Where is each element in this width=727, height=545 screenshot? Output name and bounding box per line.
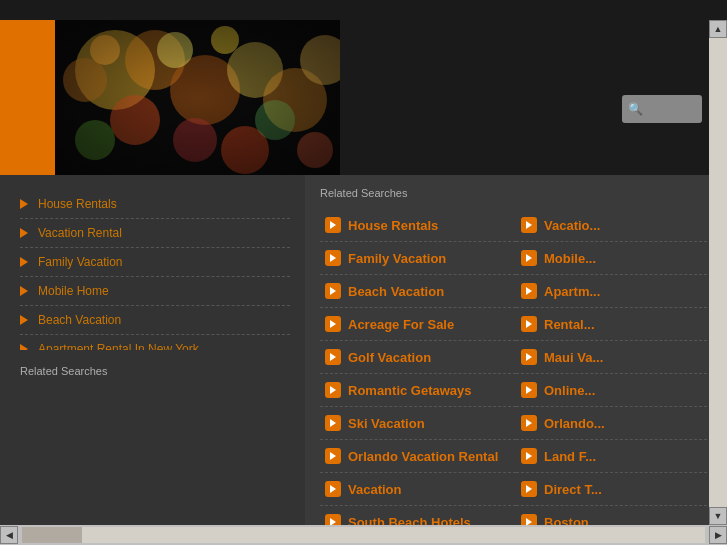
main-link-item[interactable]: Direct T...	[516, 473, 712, 506]
main-link-item[interactable]: Golf Vacation	[320, 341, 516, 374]
main-links-grid: House Rentals Vacatio... Family Vacation…	[320, 209, 712, 525]
hero-right-area: 🔍	[340, 20, 727, 175]
main-arrow-icon	[325, 283, 341, 299]
arrow-icon	[20, 228, 28, 238]
sidebar-link-label: Mobile Home	[38, 284, 109, 298]
main-section-title: Related Searches	[320, 187, 712, 199]
main-arrow-icon	[521, 481, 537, 497]
sidebar-link-item[interactable]: Family Vacation	[20, 248, 290, 277]
sidebar-link-item[interactable]: Vacation Rental	[20, 219, 290, 248]
main-arrow-icon	[325, 448, 341, 464]
scrollbar-track[interactable]	[22, 527, 705, 543]
main-link-item[interactable]: Vacation	[320, 473, 516, 506]
main-link-label: Apartm...	[544, 284, 600, 299]
main-link-label: Ski Vacation	[348, 416, 425, 431]
hero-image	[55, 20, 340, 175]
main-link-label: Rental...	[544, 317, 595, 332]
main-link-label: Online...	[544, 383, 595, 398]
main-link-label: South Beach Hotels	[348, 515, 471, 526]
scroll-left-btn[interactable]: ◀	[0, 526, 18, 544]
left-sidebar: Related Searches House Rentals Vacation …	[0, 175, 305, 525]
search-box[interactable]: 🔍	[622, 95, 702, 123]
main-link-item[interactable]: Online...	[516, 374, 712, 407]
main-link-label: Orlando Vacation Rental	[348, 449, 498, 464]
scroll-right-btn[interactable]: ▶	[709, 526, 727, 544]
main-link-label: Beach Vacation	[348, 284, 444, 299]
main-arrow-icon	[521, 382, 537, 398]
arrow-icon	[20, 257, 28, 267]
scroll-down-btn[interactable]: ▼	[709, 507, 727, 525]
scrollbar-thumb[interactable]	[22, 527, 82, 543]
orange-accent-strip	[0, 20, 55, 175]
main-arrow-icon	[325, 250, 341, 266]
main-link-label: Mobile...	[544, 251, 596, 266]
sidebar-section-title: Related Searches	[0, 350, 305, 493]
main-link-item[interactable]: Vacatio...	[516, 209, 712, 242]
main-arrow-icon	[521, 250, 537, 266]
sidebar-link-label: House Rentals	[38, 197, 117, 211]
main-content: Related Searches House Rentals Vacatio..…	[305, 175, 727, 525]
search-icon: 🔍	[628, 102, 643, 116]
arrow-icon	[20, 315, 28, 325]
main-link-label: Maui Va...	[544, 350, 603, 365]
main-arrow-icon	[521, 448, 537, 464]
sidebar-link-item[interactable]: House Rentals	[20, 190, 290, 219]
main-arrow-icon	[325, 514, 341, 525]
main-link-item[interactable]: Orlando Vacation Rental	[320, 440, 516, 473]
main-arrow-icon	[325, 415, 341, 431]
main-arrow-icon	[325, 217, 341, 233]
main-link-label: Direct T...	[544, 482, 602, 497]
main-link-item[interactable]: Acreage For Sale	[320, 308, 516, 341]
arrow-icon	[20, 286, 28, 296]
main-arrow-icon	[521, 415, 537, 431]
svg-rect-17	[55, 20, 340, 175]
search-input[interactable]	[646, 102, 696, 116]
main-arrow-icon	[521, 349, 537, 365]
main-link-item[interactable]: Family Vacation	[320, 242, 516, 275]
main-arrow-icon	[521, 316, 537, 332]
arrow-icon	[20, 199, 28, 209]
main-link-item[interactable]: Rental...	[516, 308, 712, 341]
main-link-label: Vacatio...	[544, 218, 600, 233]
main-arrow-icon	[325, 481, 341, 497]
sidebar-link-label: Family Vacation	[38, 255, 122, 269]
main-arrow-icon	[325, 382, 341, 398]
main-link-item[interactable]: House Rentals	[320, 209, 516, 242]
scroll-up-btn[interactable]: ▲	[709, 20, 727, 38]
main-link-item[interactable]: Orlando...	[516, 407, 712, 440]
main-link-item[interactable]: Land F...	[516, 440, 712, 473]
main-link-item[interactable]: South Beach Hotels	[320, 506, 516, 525]
main-link-label: Romantic Getaways	[348, 383, 472, 398]
main-arrow-icon	[521, 283, 537, 299]
main-link-item[interactable]: Ski Vacation	[320, 407, 516, 440]
sidebar-link-item[interactable]: Beach Vacation	[20, 306, 290, 335]
main-link-item[interactable]: Apartm...	[516, 275, 712, 308]
top-bar	[0, 0, 727, 20]
right-scrollbar[interactable]: ▲ ▼	[709, 20, 727, 525]
main-link-item[interactable]: Mobile...	[516, 242, 712, 275]
main-link-label: House Rentals	[348, 218, 438, 233]
right-scroll-track[interactable]	[709, 38, 727, 507]
main-link-label: Vacation	[348, 482, 401, 497]
main-link-label: Land F...	[544, 449, 596, 464]
main-link-label: Acreage For Sale	[348, 317, 454, 332]
sidebar-link-item[interactable]: Mobile Home	[20, 277, 290, 306]
main-link-item[interactable]: Beach Vacation	[320, 275, 516, 308]
sidebar-link-label: Vacation Rental	[38, 226, 122, 240]
main-link-item[interactable]: Maui Va...	[516, 341, 712, 374]
main-link-label: Boston...	[544, 515, 600, 526]
main-arrow-icon	[325, 349, 341, 365]
main-link-item[interactable]: Romantic Getaways	[320, 374, 516, 407]
main-arrow-icon	[325, 316, 341, 332]
sidebar-link-label: Beach Vacation	[38, 313, 121, 327]
main-arrow-icon	[521, 217, 537, 233]
main-link-label: Family Vacation	[348, 251, 446, 266]
bottom-scrollbar[interactable]: ◀ ▶	[0, 525, 727, 545]
main-link-item[interactable]: Boston...	[516, 506, 712, 525]
main-arrow-icon	[521, 514, 537, 525]
main-link-label: Orlando...	[544, 416, 605, 431]
main-link-label: Golf Vacation	[348, 350, 431, 365]
